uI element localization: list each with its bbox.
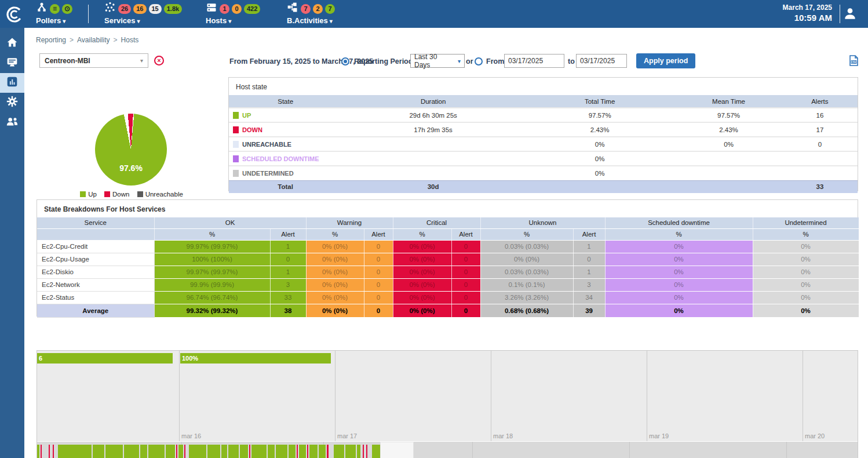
breadcrumb-separator: > [114,36,118,44]
warn-pct-cell: 0% (0%) [306,266,364,278]
crit-alert-cell: 0 [451,291,480,304]
timeline-gridline [803,351,803,441]
chevron-down-icon: ▾ [63,18,65,24]
overview-segment [176,445,177,458]
services-warning-badge[interactable]: 16 [133,4,146,14]
period-select[interactable]: Last 30 Days ▾ [410,54,465,68]
col-undetermined: Undetermined [753,217,859,228]
service-name: Ec2-Cpu-Usage [37,253,154,266]
services-menu: 26 16 15 1.8k Services▾ [104,2,182,25]
overview-segment [178,445,183,458]
svg-text:CSV: CSV [851,61,856,64]
mean-time-cell: 97.57% [675,108,782,122]
unk-alert-cell: 1 [573,266,605,278]
overview-segment [124,445,139,458]
overview-segment [327,445,329,458]
services-menu-button[interactable]: Services▾ [104,16,182,25]
services-unknown-badge[interactable]: 15 [149,4,162,14]
col-service: Service [37,217,154,228]
host-state-panel: Host state State Duration Total Time Mea… [228,77,858,191]
timeline-gridline [179,351,180,441]
overview-segment [276,445,287,458]
mean-time-cell: 2.43% [675,122,782,137]
host-select[interactable]: Centreon-MBI ▾ [39,53,148,68]
reporting-period-radio[interactable] [341,57,349,66]
overview-segment [240,445,248,458]
host-state-row-undetermined: UNDETERMINED 0% [229,166,858,180]
services-critical-badge[interactable]: 26 [118,4,131,14]
hosts-unreachable-badge[interactable]: 0 [232,4,242,14]
col-critical: Critical [393,217,480,228]
services-icon [104,2,116,16]
alerts-cell: 16 [782,108,858,122]
ba-critical-badge[interactable]: 7 [301,4,311,14]
crit-pct-cell: 0% (0%) [393,253,451,266]
breakdown-row: Ec2-Cpu-Credit 99.97% (99.97%) 1 0% (0%)… [37,240,859,253]
unk-alert-cell: 34 [573,291,605,304]
crit-pct-cell: 0% (0%) [393,304,451,317]
ok-pct-cell: 99.32% (99.32%) [154,304,270,317]
pollers-menu-button[interactable]: Pollers▾ [36,16,72,25]
crit-alert-cell: 0 [451,266,480,278]
top-navigation-bar: ≡ ⊙ Pollers▾ 26 16 15 1.8k Services▾ [0,0,868,28]
crit-pct-cell: 0% (0%) [393,240,451,253]
breadcrumb-availability[interactable]: Availability [77,36,110,44]
crit-pct-cell: 0% (0%) [393,291,451,304]
breadcrumb-reporting[interactable]: Reporting [36,36,66,44]
unk-pct-header: % [480,228,573,240]
ba-ok-badge[interactable]: 7 [325,4,335,14]
col-total-time: Total Time [524,95,675,108]
service-name: Ec2-Network [37,278,154,291]
ba-warning-badge[interactable]: 2 [313,4,323,14]
undet-pct-cell: 0% [753,266,859,278]
breadcrumb-hosts[interactable]: Hosts [121,36,139,44]
sidebar-item-administration[interactable] [0,112,24,132]
clock: March 17, 2025 10:59 AM [783,3,832,23]
sidebar-item-monitoring[interactable] [0,53,24,73]
overview-segment [307,445,308,458]
bactivities-menu-button[interactable]: B.Activities▾ [287,16,335,25]
overview-segment [148,445,165,458]
hosts-menu-button[interactable]: Hosts▾ [206,16,260,25]
ok-pct-cell: 96.74% (96.74%) [154,291,270,304]
pollers-menu: ≡ ⊙ Pollers▾ [36,2,72,25]
host-state-title: Host state [229,78,858,95]
to-label: to [568,57,575,66]
centreon-logo-icon[interactable] [5,5,24,24]
timeline-day-label: mar 20 [805,432,825,439]
sched-pct-cell: 0% [605,240,753,253]
warn-alert-cell: 0 [364,304,393,317]
state-label: UP [229,108,342,122]
col-duration: Duration [342,95,524,108]
sidebar-item-reporting[interactable] [0,73,24,93]
overview-segment [372,445,380,458]
custom-period-radio[interactable] [475,57,483,66]
sidebar-item-configuration[interactable] [0,93,24,112]
timeline-gridline [647,351,647,441]
range-selector-window[interactable] [380,442,414,458]
hosts-down-badge[interactable]: 1 [220,4,229,14]
apply-period-button[interactable]: Apply period [636,53,695,68]
overview-segment [251,445,267,458]
sidebar-item-home[interactable] [0,34,24,53]
pollers-icon [36,2,48,16]
user-menu-button[interactable] [843,6,858,23]
topbar-divider [840,5,840,23]
availability-bar: 100% [180,353,331,364]
csv-export-icon[interactable]: CSV [849,55,859,68]
mean-time-cell [675,166,782,180]
to-date-input[interactable] [576,54,627,68]
total-label: Total [229,180,342,193]
overview-segment [166,445,175,458]
overview-segment [299,445,306,458]
centreon-availability-page: ≡ ⊙ Pollers▾ 26 16 15 1.8k Services▾ [0,0,868,458]
legend-swatch [137,191,143,197]
services-ok-badge[interactable]: 1.8k [164,4,182,14]
hosts-up-badge[interactable]: 422 [244,4,260,14]
poller-latency-badge-icon[interactable]: ⊙ [62,4,72,14]
total-time-cell: 0% [524,151,675,166]
poller-list-badge-icon[interactable]: ≡ [50,4,60,14]
from-date-input[interactable] [504,54,564,68]
chevron-down-icon: ▾ [140,57,143,64]
clear-host-filter-button[interactable]: × [154,56,164,66]
